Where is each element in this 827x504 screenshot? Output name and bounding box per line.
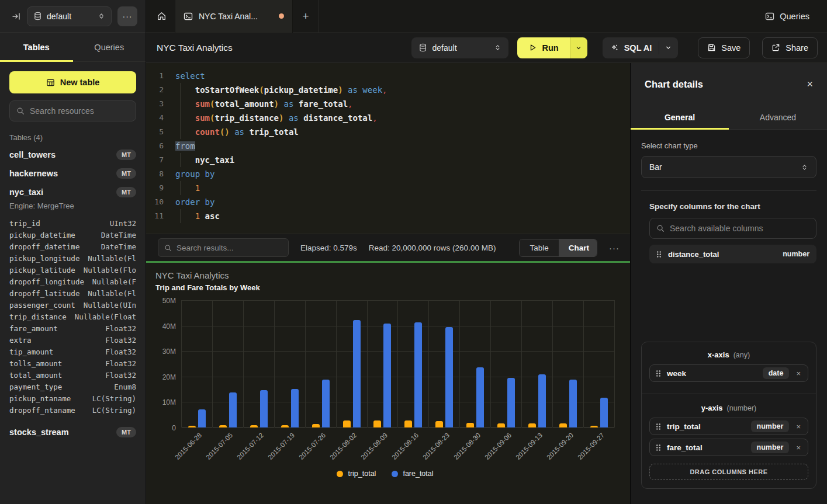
console-icon: [184, 12, 193, 21]
chevron-updown-icon: [98, 12, 105, 20]
tab-general[interactable]: General: [631, 105, 729, 129]
divider: [641, 190, 816, 191]
new-table-button[interactable]: New table: [9, 71, 136, 93]
column-type: Float32: [105, 347, 136, 356]
y-axis-chip-fare-total[interactable]: fare_total number ×: [649, 439, 808, 456]
sidebar-tab-queries[interactable]: Queries: [73, 33, 146, 61]
column-name: dropoff_longitude: [9, 277, 84, 286]
bar-fare_total: [383, 324, 391, 427]
axis-configuration: x-axis (any) week date ×: [641, 342, 816, 489]
bar-groups: [181, 300, 614, 427]
table-row[interactable]: cell_towersMT: [0, 145, 146, 164]
y-axis-chip-trip-total[interactable]: trip_total number ×: [649, 418, 808, 435]
chart-x-axis: 2015-06-282015-07-052015-07-122015-07-19…: [181, 427, 615, 466]
drop-zone[interactable]: DRAG COLUMNS HERE: [649, 464, 808, 480]
chart-type-select[interactable]: Bar: [641, 156, 816, 178]
table-row[interactable]: stocks_streamMT: [0, 423, 146, 442]
column-name: trip_id: [9, 219, 40, 228]
bar-fare_total: [476, 367, 484, 427]
sidebar-tab-tables[interactable]: Tables: [0, 33, 73, 61]
table-columns: trip_idUInt32pickup_datetimeDateTimedrop…: [0, 215, 146, 423]
indent-guide: [180, 125, 181, 139]
x-axis-chip-week[interactable]: week date ×: [649, 364, 808, 382]
column-type: Nullable(Fl: [88, 289, 136, 298]
table-row[interactable]: nyc_taxiMT: [0, 183, 146, 201]
legend-dot: [392, 471, 398, 477]
bar-group: [397, 300, 428, 427]
bar-fare_total: [260, 390, 268, 427]
table-view-toggle[interactable]: Table: [520, 239, 558, 256]
column-row: fare_amountFloat32: [9, 322, 136, 334]
close-icon[interactable]: ×: [807, 79, 813, 89]
chart-plot: 010M20M30M40M50M: [181, 300, 615, 427]
x-axis-label: 2015-06-28: [174, 432, 203, 461]
column-row: pickup_longitudeNullable(Fl: [9, 252, 136, 264]
save-icon: [707, 43, 716, 52]
y-axis-tick: 20M: [153, 373, 176, 381]
bar-trip_total: [373, 420, 381, 427]
sidebar-tabs: Tables Queries: [0, 33, 146, 62]
available-column-chip[interactable]: distance_total number: [649, 245, 816, 263]
bar-fare_total: [291, 389, 299, 427]
drag-handle-icon[interactable]: [656, 444, 661, 451]
column-name: passenger_count: [9, 301, 75, 310]
x-axis-label: 2015-09-06: [484, 432, 513, 461]
tab-advanced[interactable]: Advanced: [729, 105, 827, 129]
line-number: 4: [146, 111, 164, 125]
queries-link[interactable]: Queries: [765, 12, 809, 21]
run-options-button[interactable]: [570, 37, 587, 58]
engine-badge: MT: [116, 150, 136, 160]
results-more-button[interactable]: ···: [609, 243, 620, 253]
legend-label: fare_total: [403, 470, 433, 478]
sidebar-database-selector[interactable]: default: [27, 6, 112, 26]
legend-item-fare_total[interactable]: fare_total: [392, 470, 433, 478]
header-database-selector[interactable]: default: [411, 37, 508, 58]
search-resources-input[interactable]: [30, 106, 129, 116]
share-button[interactable]: Share: [762, 37, 818, 58]
table-name: cell_towers: [9, 150, 56, 159]
drag-handle-icon[interactable]: [656, 251, 662, 258]
remove-icon[interactable]: ×: [795, 370, 802, 377]
y-axis-hint: (number): [727, 404, 757, 412]
bar-group: [459, 300, 490, 427]
code-line: sum(total_amount) as fare_total,: [175, 97, 630, 111]
elapsed-stat: Elapsed: 0.579s: [300, 244, 357, 252]
column-row: tip_amountFloat32: [9, 346, 136, 357]
button-divider: [659, 41, 659, 54]
line-number: 6: [146, 139, 164, 153]
x-axis-label: 2015-08-02: [329, 432, 358, 461]
sql-ai-button[interactable]: SQL AI: [603, 37, 679, 58]
remove-icon[interactable]: ×: [795, 444, 802, 451]
chart-view-toggle[interactable]: Chart: [559, 239, 597, 256]
column-row: extraFloat32: [9, 334, 136, 346]
x-axis-label: 2015-08-09: [360, 432, 389, 461]
chevron-down-icon[interactable]: [665, 44, 672, 51]
bar-group: [181, 300, 212, 427]
bar-group: [583, 300, 614, 427]
column-name: trip_distance: [9, 312, 67, 321]
sidebar-topbar: default ···: [0, 0, 146, 33]
line-number: 10: [146, 195, 164, 209]
save-button[interactable]: Save: [698, 37, 750, 58]
search-results-input[interactable]: [177, 244, 282, 252]
drag-handle-icon[interactable]: [656, 423, 661, 430]
table-row[interactable]: hackernewsMT: [0, 164, 146, 183]
collapse-sidebar-icon[interactable]: [12, 12, 21, 21]
code-line: group by: [175, 167, 630, 181]
column-row: pickup_ntanameLC(String): [9, 392, 136, 404]
run-button[interactable]: Run: [517, 37, 570, 58]
remove-icon[interactable]: ×: [795, 423, 802, 430]
column-row: dropoff_datetimeDateTime: [9, 241, 136, 252]
legend-item-trip_total[interactable]: trip_total: [337, 470, 376, 478]
home-icon[interactable]: [146, 11, 175, 21]
drag-handle-icon[interactable]: [656, 370, 661, 377]
query-tab[interactable]: NYC Taxi Anal...: [175, 0, 293, 33]
sidebar-more-button[interactable]: ···: [117, 6, 137, 26]
search-columns-input[interactable]: [670, 224, 809, 233]
database-icon: [33, 12, 42, 20]
bar-group: [428, 300, 459, 427]
add-tab-button[interactable]: +: [293, 10, 319, 23]
chart-details-tabs: General Advanced: [631, 105, 827, 130]
indent-guide: [180, 111, 181, 125]
sql-editor[interactable]: 1234567891011 select toStartOfWeek(picku…: [146, 63, 630, 234]
